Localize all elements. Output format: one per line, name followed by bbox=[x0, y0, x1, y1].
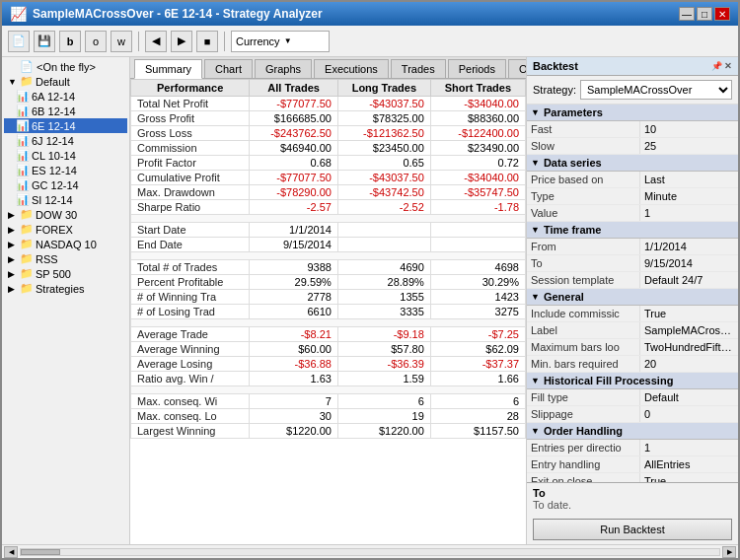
section-data-series-header[interactable]: ▼ Data series bbox=[527, 155, 738, 172]
prop-value[interactable]: 20 bbox=[640, 356, 738, 372]
to-date-value: To date. bbox=[533, 499, 732, 511]
row-label: Profit Factor bbox=[131, 156, 250, 171]
tree-label: 6J 12-14 bbox=[32, 135, 74, 147]
new-button[interactable]: 📄 bbox=[8, 31, 30, 52]
tree-item-si[interactable]: 📊 SI 12-14 bbox=[4, 192, 127, 207]
prop-value[interactable]: 25 bbox=[640, 138, 738, 154]
bold-button[interactable]: b bbox=[59, 31, 81, 52]
prop-value[interactable]: 1/1/2014 bbox=[640, 239, 738, 254]
prop-name: Min. bars required bbox=[527, 356, 640, 372]
scrollbar-track[interactable] bbox=[20, 548, 720, 556]
collapse-icon: ▼ bbox=[531, 225, 540, 235]
prop-value[interactable]: Minute bbox=[640, 188, 738, 204]
tab-bar: Summary Chart Graphs Executions Trades P… bbox=[130, 57, 526, 79]
tree-item-6a[interactable]: 📊 6A 12-14 bbox=[4, 89, 127, 104]
chart-icon: 📊 bbox=[16, 134, 30, 147]
prop-value[interactable]: Default 24/7 bbox=[640, 272, 738, 288]
tab-orders[interactable]: Orders bbox=[508, 59, 526, 78]
save-button[interactable]: 💾 bbox=[34, 31, 55, 52]
window-title: SampleMACrossOver - 6E 12-14 - Strategy … bbox=[33, 7, 323, 21]
prop-row-entry-handling: Entry handling AllEntries bbox=[527, 456, 738, 473]
prop-name: Fast bbox=[527, 121, 640, 137]
scrollbar-thumb[interactable] bbox=[21, 549, 60, 555]
prop-value[interactable]: TwoHundredFiftySix bbox=[640, 339, 738, 355]
tree-item-nasdaq[interactable]: ▶ 📁 NASDAQ 10 bbox=[4, 237, 127, 251]
tree-item-strategies[interactable]: ▶ 📁 Strategies bbox=[4, 281, 127, 296]
tree-item-gc[interactable]: 📊 GC 12-14 bbox=[4, 177, 127, 192]
tree-item-6e[interactable]: 📊 6E 12-14 bbox=[4, 118, 127, 133]
cell-all: $46940.00 bbox=[250, 141, 338, 156]
tree-item-es[interactable]: 📊 ES 12-14 bbox=[4, 163, 127, 177]
prop-value[interactable]: True bbox=[640, 473, 738, 482]
cell-long: $78325.00 bbox=[337, 111, 430, 126]
chart-icon: 📊 bbox=[16, 193, 30, 206]
collapse-icon: ▼ bbox=[531, 107, 540, 117]
cell-all: 9/15/2014 bbox=[250, 238, 338, 252]
tree-item-default[interactable]: ▼ 📁 Default bbox=[4, 74, 127, 89]
prop-value[interactable]: SampleMACrossOver bbox=[640, 322, 738, 338]
tree-item-6b[interactable]: 📊 6B 12-14 bbox=[4, 104, 127, 118]
tab-periods[interactable]: Periods bbox=[448, 59, 506, 78]
tree-item-cl[interactable]: 📊 CL 10-14 bbox=[4, 148, 127, 163]
back-button[interactable]: ◀ bbox=[145, 31, 167, 52]
currency-dropdown[interactable]: Currency ▼ bbox=[231, 31, 330, 52]
prop-value[interactable]: True bbox=[640, 306, 738, 321]
tree-item-sp500[interactable]: ▶ 📁 SP 500 bbox=[4, 266, 127, 281]
scroll-left-button[interactable]: ◀ bbox=[4, 546, 18, 558]
row-label: Max. Drawdown bbox=[131, 185, 250, 200]
tab-trades[interactable]: Trades bbox=[391, 59, 446, 78]
table-row: Max. conseq. Lo 30 19 28 bbox=[131, 409, 526, 424]
bottom-scrollbar[interactable]: ◀ ▶ bbox=[2, 544, 738, 558]
cell-long: 6 bbox=[337, 394, 430, 409]
scroll-right-button[interactable]: ▶ bbox=[722, 546, 736, 558]
tree-label: SI 12-14 bbox=[32, 194, 73, 206]
tab-summary[interactable]: Summary bbox=[134, 59, 202, 79]
cell-all: -$8.21 bbox=[250, 327, 338, 342]
prop-value[interactable]: 1 bbox=[640, 440, 738, 455]
tab-graphs[interactable]: Graphs bbox=[255, 59, 312, 78]
tree-label: 6E 12-14 bbox=[32, 120, 76, 132]
workspace-button[interactable]: w bbox=[111, 31, 132, 52]
cell-short: 6 bbox=[430, 394, 525, 409]
section-time-frame-header[interactable]: ▼ Time frame bbox=[527, 222, 738, 239]
main-content: 📄 <On the fly> ▼ 📁 Default 📊 6A 12-14 📊 … bbox=[2, 57, 738, 544]
minimize-button[interactable]: — bbox=[679, 7, 695, 21]
prop-value[interactable]: AllEntries bbox=[640, 456, 738, 472]
section-general-header[interactable]: ▼ General bbox=[527, 289, 738, 306]
collapse-icon: ▼ bbox=[531, 158, 540, 168]
panel-close-icon[interactable]: ✕ bbox=[724, 61, 732, 71]
prop-row-slippage: Slippage 0 bbox=[527, 406, 738, 423]
tree-label: 6A 12-14 bbox=[32, 91, 75, 103]
prop-value[interactable]: 9/15/2014 bbox=[640, 255, 738, 271]
panel-pin-icon[interactable]: 📌 bbox=[711, 61, 722, 71]
section-historical-fill-header[interactable]: ▼ Historical Fill Processing bbox=[527, 373, 738, 389]
tree-item-on-the-fly[interactable]: 📄 <On the fly> bbox=[4, 59, 127, 74]
collapse-icon: ▼ bbox=[531, 426, 540, 436]
cell-long bbox=[337, 238, 430, 252]
tree-item-6j[interactable]: 📊 6J 12-14 bbox=[4, 133, 127, 148]
tree-item-forex[interactable]: ▶ 📁 FOREX bbox=[4, 222, 127, 237]
prop-value[interactable]: 1 bbox=[640, 205, 738, 221]
open-button[interactable]: o bbox=[85, 31, 107, 52]
maximize-button[interactable]: □ bbox=[697, 7, 712, 21]
prop-value[interactable]: 0 bbox=[640, 406, 738, 422]
prop-value[interactable]: 10 bbox=[640, 121, 738, 137]
expand-icon: ▶ bbox=[8, 225, 20, 235]
cell-long: -$121362.50 bbox=[337, 126, 430, 141]
table-row: Gross Profit $166685.00 $78325.00 $88360… bbox=[131, 111, 526, 126]
tab-chart[interactable]: Chart bbox=[204, 59, 253, 78]
cell-all: 0.68 bbox=[250, 156, 338, 171]
close-button[interactable]: ✕ bbox=[714, 7, 730, 21]
prop-value[interactable]: Last bbox=[640, 172, 738, 187]
stop-button[interactable]: ■ bbox=[196, 31, 218, 52]
prop-value[interactable]: Default bbox=[640, 389, 738, 405]
cell-long: $1220.00 bbox=[337, 424, 430, 439]
forward-button[interactable]: ▶ bbox=[171, 31, 192, 52]
tree-item-rss[interactable]: ▶ 📁 RSS bbox=[4, 251, 127, 266]
tab-executions[interactable]: Executions bbox=[314, 59, 389, 78]
section-parameters-header[interactable]: ▼ Parameters bbox=[527, 105, 738, 121]
strategy-select[interactable]: SampleMACrossOver bbox=[580, 80, 732, 100]
tree-item-dow[interactable]: ▶ 📁 DOW 30 bbox=[4, 207, 127, 222]
run-backtest-button[interactable]: Run Backtest bbox=[533, 519, 732, 540]
section-order-handling-header[interactable]: ▼ Order Handling bbox=[527, 423, 738, 440]
